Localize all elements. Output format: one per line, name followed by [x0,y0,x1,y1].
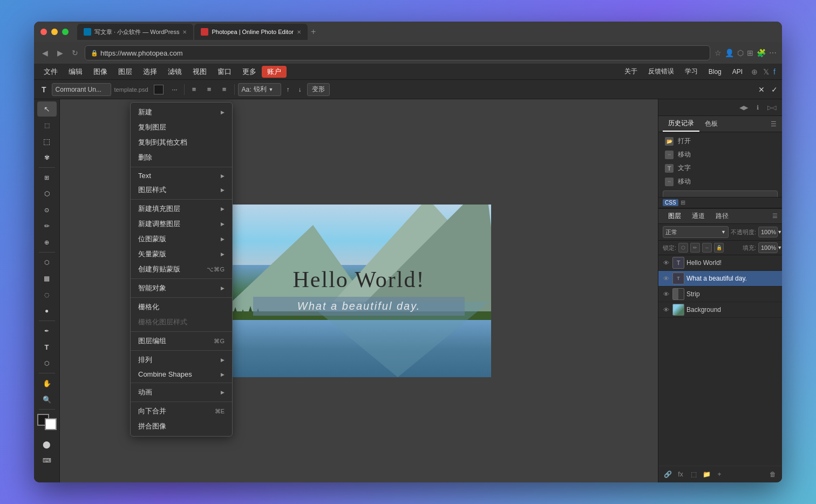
facebook-icon[interactable]: f [773,67,776,76]
confirm-btn[interactable]: ✓ [771,85,778,94]
tool-erase[interactable]: ⬡ [37,255,57,270]
layer-item-bg[interactable]: 👁 Background [658,302,782,318]
link-layers-btn[interactable]: 🔗 [662,468,674,480]
tab-history[interactable]: 历史记录 [663,116,699,132]
panel-menu-icon[interactable]: ☰ [770,119,778,129]
menu-filter[interactable]: 滤镜 [162,66,187,78]
menu-learn[interactable]: 学习 [679,66,703,77]
info-icon[interactable]: ℹ [752,101,764,113]
extensions-icon[interactable]: 🧩 [757,49,766,57]
tab-channels[interactable]: 通道 [686,209,710,223]
menu-file[interactable]: 文件 [38,66,63,78]
history-input[interactable] [663,190,778,197]
ctx-item-new-adjustment[interactable]: 新建调整图层 [131,216,232,231]
maximize-button[interactable] [62,29,69,35]
layer-hello-eye[interactable]: 👁 [662,258,670,267]
minimize-button[interactable] [51,29,58,35]
history-item-move1[interactable]: ↔ 移动 [658,148,782,161]
lock-transparency-btn[interactable]: ⬡ [678,243,688,253]
menu-image[interactable]: 图像 [88,66,113,78]
canvas-area[interactable]: Hello World! What a beautiful day. 新建 复制… [60,99,658,482]
layer-item-strip[interactable]: 👁 Strip [658,287,782,302]
tool-zoom[interactable]: 🔍 [37,392,57,407]
menu-layer[interactable]: 图层 [113,66,138,78]
align-center-btn[interactable]: ≡ [203,83,216,96]
tool-blur[interactable]: ◌ [37,287,57,302]
tool-pen[interactable]: ✒ [37,323,57,338]
layer-style-btn[interactable]: fx [675,468,686,480]
layer-item-hello[interactable]: 👁 T Hello World! [658,255,782,271]
lock-position-btn[interactable]: ↔ [702,243,712,253]
tool-eyedropper[interactable]: ⬡ [37,186,57,201]
ctx-item-group[interactable]: 图层编组 ⌘G [131,333,232,349]
ctx-item-flatten[interactable]: 拼合图像 [131,419,232,434]
tool-quick-mask[interactable]: ⬤ [37,437,57,452]
ctx-item-text[interactable]: Text [131,169,232,182]
font-name-display[interactable]: Cormorant Un... [52,83,111,96]
account-icon[interactable]: 👤 [725,49,734,57]
tool-lasso[interactable]: ✾ [37,150,57,165]
tool-keyboard[interactable]: ⌨ [37,453,57,468]
context-menu-overlay[interactable]: 新建 复制图层 复制到其他文档 删除 Text [60,99,658,482]
history-item-open[interactable]: 📂 打开 [658,134,782,148]
fill-value[interactable]: 100% ▼ [758,242,778,253]
delete-layer-btn[interactable]: 🗑 [767,468,779,480]
tab-wordpress[interactable]: 写文章 · 小众软件 — WordPress ✕ [77,24,193,40]
tool-text[interactable]: T [37,339,57,355]
lock-pixels-btn[interactable]: ✏ [690,243,700,253]
menu-view[interactable]: 视图 [187,66,212,78]
tool-move[interactable]: ↖ [37,101,57,117]
reddit-icon[interactable]: ⊕ [751,67,758,76]
menu-api[interactable]: API [727,67,748,77]
tool-spot-heal[interactable]: ⊙ [37,202,57,217]
opacity-value[interactable]: 100% ▼ [758,227,778,237]
size-up-btn[interactable]: ↑ [283,83,293,96]
twitter-icon[interactable]: 𝕏 [763,67,769,76]
share-icon[interactable]: ⬡ [737,49,744,57]
warp-btn[interactable]: 变形 [307,83,330,96]
size-down-btn[interactable]: ↓ [295,83,305,96]
css-icon[interactable]: ⊞ [681,199,685,206]
tool-crop[interactable]: ⊞ [37,170,57,185]
color-swatch-btn[interactable] [151,83,167,96]
menu-account[interactable]: 账户 [262,66,287,78]
tool-brush[interactable]: ✏ [37,219,57,234]
ctx-item-new-fill[interactable]: 新建填充图层 [131,201,232,216]
back-button[interactable]: ◀ [39,47,50,58]
new-group-btn[interactable]: 📁 [701,468,712,480]
menu-window[interactable]: 窗口 [212,66,237,78]
history-item-move2[interactable]: ↔ 移动 [658,175,782,188]
close-button[interactable] [40,29,47,35]
reader-icon[interactable]: ⊞ [747,49,753,57]
new-layer-btn[interactable]: + [713,468,725,480]
tool-gradient[interactable]: ▦ [37,271,57,286]
arrow-icon[interactable]: ◀▶ [738,101,750,113]
layer-mask-btn[interactable]: ⬚ [688,468,699,480]
align-left-btn[interactable]: ≡ [188,83,201,96]
menu-more[interactable]: 更多 [237,66,262,78]
reload-button[interactable]: ↻ [70,47,80,58]
blend-mode-select[interactable]: 正常 ▼ [663,226,729,238]
menu-blog[interactable]: Blog [703,67,727,77]
ctx-item-animation[interactable]: 动画 [131,385,232,400]
address-input[interactable]: 🔒 https://www.photopea.com [85,45,710,60]
ctx-item-arrange[interactable]: 排列 [131,352,232,367]
ctx-item-create-clip[interactable]: 创建剪贴蒙版 ⌥⌘G [131,262,232,277]
ctx-item-pixel-mask[interactable]: 位图蒙版 [131,231,232,247]
background-color[interactable] [45,418,57,430]
ctx-item-new[interactable]: 新建 [131,105,232,120]
layer-extra-btn[interactable]: ··· [169,83,181,96]
cancel-btn[interactable]: ✕ [758,85,765,94]
expand-icon[interactable]: ▷◁ [766,101,778,113]
new-tab-button[interactable]: + [311,27,316,37]
menu-about[interactable]: 关于 [619,66,643,77]
ctx-item-copy-doc[interactable]: 复制到其他文档 [131,135,232,150]
tool-clone[interactable]: ⊕ [37,235,57,250]
align-right-btn[interactable]: ≡ [218,83,231,96]
layer-subtitle-eye[interactable]: 👁 [662,274,670,283]
tab-paths[interactable]: 路径 [710,209,734,223]
layers-menu-icon[interactable]: ☰ [772,213,778,220]
tool-dodge[interactable]: ● [37,303,57,318]
ctx-item-delete[interactable]: 删除 [131,150,232,165]
menu-edit[interactable]: 编辑 [63,66,88,78]
